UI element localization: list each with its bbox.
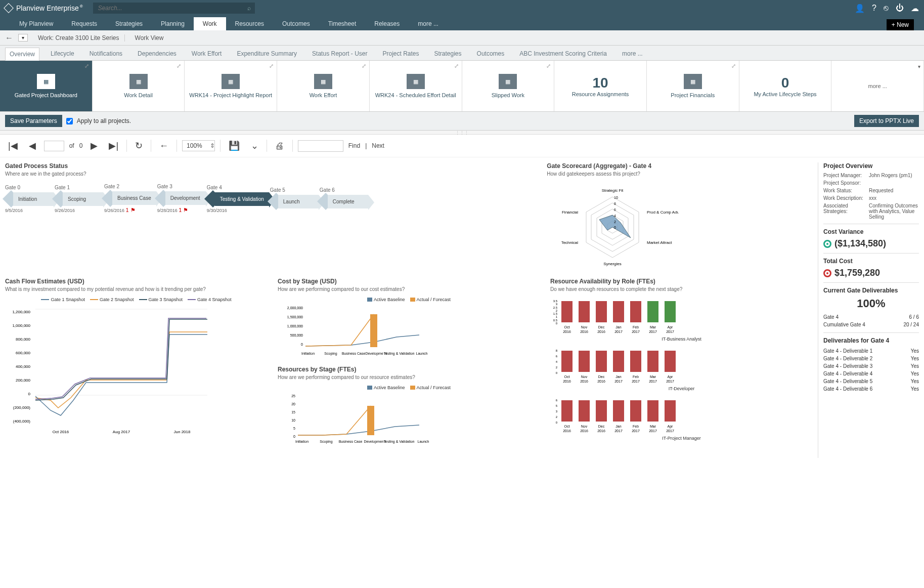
dashboard-tiles: ⤢▦Gated Project Dashboard⤢▦Work Detail⤢▦… — [0, 61, 924, 112]
svg-text:Apr: Apr — [668, 325, 674, 329]
find-input[interactable] — [298, 140, 343, 152]
tile-wrk24[interactable]: ⤢▦WRK24 - Scheduled Effort Detail — [370, 61, 462, 111]
apply-all-checkbox[interactable] — [66, 118, 73, 124]
tile-detail[interactable]: ⤢▦Work Detail — [93, 61, 185, 111]
nav-item[interactable]: more ... — [409, 17, 448, 30]
sub-tab[interactable]: ABC Investment Scoring Criteria — [515, 48, 611, 60]
sub-tab[interactable]: Dependencies — [134, 48, 181, 60]
svg-text:500,000: 500,000 — [290, 333, 303, 337]
svg-text:5: 5 — [556, 404, 558, 407]
save-icon[interactable]: 💾 — [226, 140, 243, 151]
svg-text:1.5: 1.5 — [553, 312, 558, 315]
svg-text:Mar: Mar — [650, 325, 656, 329]
svg-text:2017: 2017 — [649, 429, 657, 433]
svg-text:25: 25 — [291, 394, 295, 398]
nav-item[interactable]: Work — [194, 17, 226, 30]
back-nav-icon[interactable]: ← — [156, 141, 171, 151]
svg-rect-50 — [367, 406, 374, 435]
svg-text:3: 3 — [556, 410, 558, 413]
svg-text:1,200,000: 1,200,000 — [12, 310, 30, 314]
project-overview-sidebar: Project Overview Project Manager:John Ro… — [818, 162, 919, 458]
gate-stage: Gate 3Development9/28/2016 1 ⚑ — [157, 184, 206, 214]
logout-icon[interactable]: ⎋ — [884, 4, 889, 13]
svg-text:2017: 2017 — [614, 330, 623, 333]
tile-wrk14[interactable]: ⤢▦WRK14 - Project Highlight Report — [185, 61, 277, 111]
nav-item[interactable]: Strategies — [106, 17, 152, 30]
export-pptx-button[interactable]: Export to PPTX Live — [854, 115, 919, 127]
svg-rect-118 — [579, 400, 590, 422]
next-page-icon[interactable]: ▶ — [87, 140, 101, 151]
sub-tab[interactable]: Overview — [5, 48, 39, 61]
prev-page-icon[interactable]: ◀ — [26, 140, 39, 151]
power-icon[interactable]: ⏻ — [896, 4, 904, 13]
topbar: Planview Enterprise ® ⌕ 👤 ? ⎋ ⏻ ☁ — [0, 0, 924, 16]
next-label[interactable]: Next — [372, 142, 384, 149]
sub-tab[interactable]: Strategies — [430, 48, 466, 60]
svg-text:8: 8 — [614, 202, 616, 205]
refresh-icon[interactable]: ↻ — [132, 140, 146, 151]
cashflow-title: Cash Flow Estimates (USD) — [5, 278, 268, 285]
nav-item[interactable]: Resources — [226, 17, 273, 30]
last-page-icon[interactable]: ▶| — [106, 140, 121, 151]
svg-rect-94 — [613, 351, 624, 372]
res-avail-chart: 86420Oct2016Nov2016Dec2016Jan2017Feb2017… — [550, 347, 692, 386]
tile-slipped[interactable]: ⤢▦Slipped Work — [462, 61, 555, 111]
sub-tab[interactable]: Outcomes — [473, 48, 509, 60]
of-label: of — [69, 142, 74, 149]
help-icon[interactable]: ? — [872, 4, 876, 13]
svg-rect-96 — [647, 351, 658, 372]
nav-item[interactable]: Requests — [62, 17, 106, 30]
radar-chart: Strategic Fit Prod & Comp Adv Market Att… — [547, 182, 678, 268]
cashflow-sub: What is my investment compared to my pot… — [5, 286, 268, 292]
sub-tab[interactable]: Notifications — [85, 48, 126, 60]
tile-more[interactable]: more ...▾ — [831, 61, 924, 111]
overview-row: Associated Strategies:Confirming Outcome… — [823, 203, 919, 220]
sub-tab[interactable]: Project Rates — [378, 48, 423, 60]
sub-tab[interactable]: Work Effort — [188, 48, 226, 60]
find-label[interactable]: Find — [348, 142, 360, 149]
tile-res[interactable]: 10Resource Assignments — [554, 61, 647, 111]
nav-item[interactable]: Planning — [152, 17, 194, 30]
sub-tab[interactable]: Expenditure Summary — [233, 48, 301, 60]
svg-text:Testing & Validation: Testing & Validation — [384, 352, 415, 356]
gated-status-title: Gated Process Status — [5, 162, 537, 170]
nav-item[interactable]: My Planview — [10, 17, 62, 30]
svg-text:2017: 2017 — [649, 380, 657, 383]
gate-stage: Gate 0Initiation9/5/2016 — [5, 185, 54, 213]
cloud-icon[interactable]: ☁ — [911, 4, 919, 13]
search-icon[interactable]: ⌕ — [247, 5, 251, 12]
tile-fin[interactable]: ⤢▦Project Financials — [647, 61, 739, 111]
search-input[interactable] — [93, 3, 255, 14]
tile-steps[interactable]: 0My Active Lifecycle Steps — [739, 61, 832, 111]
gated-status-sub: Where are we in the gated process? — [5, 171, 537, 177]
nav-item[interactable]: Timesheet — [319, 17, 366, 30]
tile-gated[interactable]: ⤢▦Gated Project Dashboard — [0, 61, 93, 111]
nav-item[interactable]: Releases — [365, 17, 409, 30]
breadcrumb-dropdown[interactable]: ▾ — [18, 34, 28, 41]
sub-tab[interactable]: Lifecycle — [47, 48, 78, 60]
svg-text:Apr: Apr — [668, 425, 674, 429]
svg-rect-97 — [665, 351, 676, 372]
svg-rect-65 — [561, 301, 573, 322]
overview-row: Work Description:xxx — [823, 195, 919, 201]
res-avail-chart: 65320Oct2016Nov2016Dec2016Jan2017Feb2017… — [550, 396, 692, 436]
sub-tab[interactable]: more ... — [618, 48, 647, 60]
report-toolbar: |◀ ◀ of 0 ▶ ▶| ↻ ← 100% ⇕ 💾 ⌄ 🖨 Find | N… — [0, 135, 924, 157]
nav-item[interactable]: Outcomes — [273, 17, 319, 30]
svg-text:Business Case: Business Case — [339, 440, 363, 443]
page-input[interactable] — [44, 141, 64, 151]
user-icon[interactable]: 👤 — [855, 4, 865, 13]
back-icon[interactable]: ← — [5, 33, 13, 43]
tile-effort[interactable]: ⤢▦Work Effort — [277, 61, 370, 111]
svg-rect-122 — [647, 400, 658, 422]
svg-text:400,000: 400,000 — [16, 364, 30, 369]
new-button[interactable]: + New — [887, 19, 914, 30]
save-dropdown-icon[interactable]: ⌄ — [248, 140, 261, 151]
deliv-title: Deliverables for Gate 4 — [823, 337, 919, 344]
svg-rect-91 — [561, 351, 573, 372]
save-parameters-button[interactable]: Save Parameters — [5, 115, 62, 127]
first-page-icon[interactable]: |◀ — [5, 140, 21, 151]
svg-text:0: 0 — [293, 435, 295, 438]
print-icon[interactable]: 🖨 — [272, 141, 287, 151]
sub-tab[interactable]: Status Report - User — [308, 48, 371, 60]
